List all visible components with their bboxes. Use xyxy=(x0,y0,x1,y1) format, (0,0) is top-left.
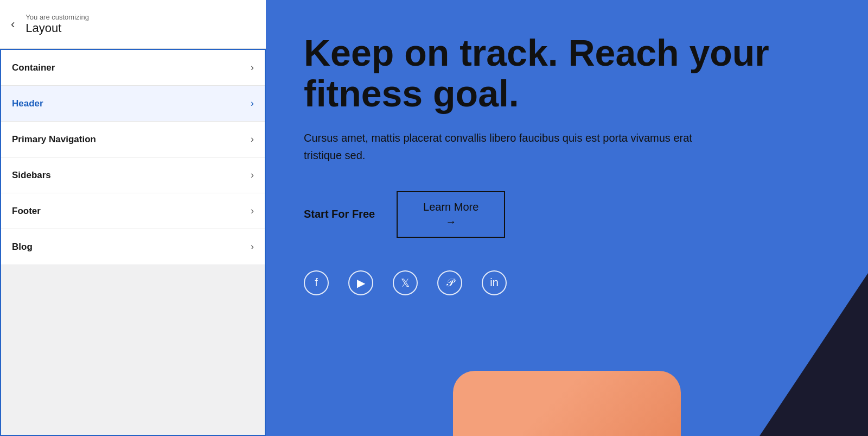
hero-heading: Keep on track. Reach your fitness goal. xyxy=(304,33,792,114)
learn-more-button[interactable]: Learn More → xyxy=(397,191,505,238)
start-for-free-button[interactable]: Start For Free xyxy=(304,208,375,220)
right-panel: Keep on track. Reach your fitness goal. … xyxy=(266,0,868,436)
customizer-header: ‹ You are customizing Layout xyxy=(0,0,266,49)
dark-triangle xyxy=(760,273,868,436)
nav-item-label-footer: Footer xyxy=(12,206,41,217)
nav-item-primary-navigation[interactable]: Primary Navigation› xyxy=(1,122,265,157)
nav-item-label-sidebars: Sidebars xyxy=(12,170,51,181)
nav-item-label-blog: Blog xyxy=(12,242,33,252)
chevron-right-icon-header: › xyxy=(251,98,254,109)
linkedin-icon[interactable]: in xyxy=(482,270,507,295)
nav-item-blog[interactable]: Blog› xyxy=(1,229,265,264)
nav-item-container[interactable]: Container› xyxy=(1,50,265,86)
left-panel: ‹ You are customizing Layout Container›H… xyxy=(0,0,266,436)
twitter-icon[interactable]: 𝕏 xyxy=(393,270,418,295)
customizer-title-block: You are customizing Layout xyxy=(25,13,89,35)
nav-item-label-container: Container xyxy=(12,62,55,73)
cta-row: Start For Free Learn More → xyxy=(304,191,830,238)
chevron-right-icon-primary-navigation: › xyxy=(251,134,254,145)
pinterest-icon[interactable]: 𝒫 xyxy=(437,270,462,295)
chevron-right-icon-footer: › xyxy=(251,205,254,217)
youtube-icon[interactable]: ▶ xyxy=(348,270,373,295)
nav-item-label-header: Header xyxy=(12,98,43,109)
nav-item-footer[interactable]: Footer› xyxy=(1,193,265,229)
nav-item-label-primary-navigation: Primary Navigation xyxy=(12,134,96,145)
nav-list-container: Container›Header›Primary Navigation›Side… xyxy=(0,49,266,436)
social-icons-row: f▶𝕏𝒫in xyxy=(304,270,830,295)
back-button[interactable]: ‹ xyxy=(7,15,19,34)
nav-item-sidebars[interactable]: Sidebars› xyxy=(1,157,265,193)
bottom-card xyxy=(453,371,681,436)
nav-item-header[interactable]: Header› xyxy=(1,86,265,122)
chevron-right-icon-sidebars: › xyxy=(251,169,254,181)
customizing-label: You are customizing xyxy=(25,13,89,21)
facebook-icon[interactable]: f xyxy=(304,270,329,295)
chevron-right-icon-blog: › xyxy=(251,241,254,252)
layout-label: Layout xyxy=(25,21,89,35)
chevron-right-icon-container: › xyxy=(251,62,254,73)
learn-more-text: Learn More xyxy=(423,201,478,213)
hero-subtext: Cursus amet, mattis placerat convallis l… xyxy=(304,129,727,164)
learn-more-arrow: → xyxy=(445,216,456,228)
